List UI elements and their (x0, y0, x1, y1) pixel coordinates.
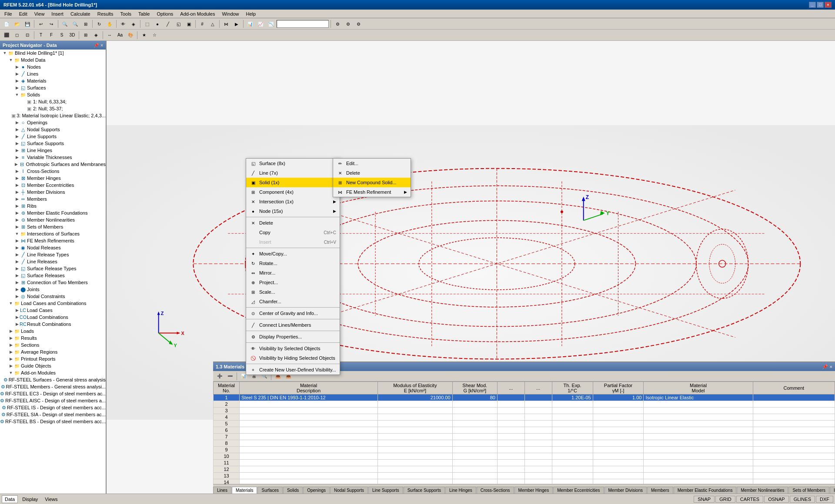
table-row[interactable]: 6 (214, 427, 835, 434)
rotate-button[interactable]: ↻ (94, 19, 104, 29)
menu-help[interactable]: Help (244, 10, 259, 17)
tree-item-load-cases[interactable]: ▶ LC Load Cases (0, 307, 106, 314)
tree-item-nodal-releases[interactable]: ▶ ◉ Nodal Releases (0, 244, 106, 251)
surfrel-expander[interactable]: ▶ (14, 272, 20, 279)
undo-button[interactable]: ↩ (36, 19, 46, 29)
zoom-in-button[interactable]: 🔍 (60, 19, 70, 29)
table-row[interactable]: 10 (214, 453, 835, 460)
ctx-surface[interactable]: ◱ Surface (8x) ▶ (246, 159, 340, 168)
ctx-display-props[interactable]: ⚙ Display Properties... (246, 332, 340, 342)
tree-item-lines[interactable]: ▶ ╱ Lines (0, 70, 106, 77)
tab-member-elastic[interactable]: Member Elastic Foundations (674, 487, 737, 494)
ctx-move-copy[interactable]: ✦ Move/Copy... (246, 249, 340, 259)
result2-btn[interactable]: 📈 (256, 19, 265, 29)
tree-item-rf-steel-sia[interactable]: ⚙ RF-STEEL SIA - Design of steel members… (0, 411, 106, 418)
bl-tab-views[interactable]: Views (42, 496, 60, 503)
intersections-expander[interactable]: ▼ (14, 231, 20, 237)
tab-members[interactable]: Members (647, 487, 673, 494)
table-row[interactable]: 14 (214, 479, 835, 484)
surfsup-expander[interactable]: ▶ (14, 140, 20, 146)
save-button[interactable]: 💾 (23, 19, 32, 29)
tree-item-variable-thicknesses[interactable]: ▶ ≡ Variable Thicknesses (0, 154, 106, 161)
table-row[interactable]: 12 (214, 466, 835, 473)
dimension-btn[interactable]: ↔ (105, 30, 114, 40)
view-side-btn[interactable]: S (57, 30, 67, 40)
result1-btn[interactable]: 📊 (245, 19, 255, 29)
tree-item-cross-sections[interactable]: ▶ I Cross-Sections (0, 168, 106, 175)
label-btn[interactable]: Aa (115, 30, 125, 40)
orthosurf-expander[interactable]: ▶ (13, 161, 19, 167)
addon3-btn[interactable]: ⚙ (354, 19, 363, 29)
ctx-visibility-hiding[interactable]: 🚫 Visibility by Hiding Selected Objects (246, 353, 340, 363)
memberecc-expander[interactable]: ▶ (14, 182, 20, 188)
menu-edit[interactable]: Edit (17, 10, 30, 17)
addon2-btn[interactable]: ⚙ (343, 19, 353, 29)
tree-item-nodal-supports[interactable]: ▶ △ Nodal Supports (0, 126, 106, 133)
sub-delete[interactable]: ✕ Delete (333, 168, 411, 178)
cartes-button[interactable]: CARTES (736, 496, 763, 503)
view-top-btn[interactable]: T (36, 30, 46, 40)
lines-expander[interactable]: ▶ (14, 71, 20, 77)
render-button[interactable]: ◈ (129, 19, 138, 29)
dxf-button[interactable]: DXF (816, 496, 833, 503)
tree-item-rf-steel-aisc[interactable]: ⚙ RF-STEEL AISC - Design of steel member… (0, 397, 106, 404)
memberhinges-expander[interactable]: ▶ (14, 175, 20, 181)
table-delete-btn[interactable]: ➖ (225, 371, 235, 381)
table-row[interactable]: 8 (214, 440, 835, 447)
fav2-btn[interactable]: ☆ (150, 30, 159, 40)
snap-button[interactable]: SNAP (694, 496, 715, 503)
tree-container[interactable]: ▼ 📁 Blind Hole Drilling1* [1] ▼ 📁 Model … (0, 50, 106, 495)
tree-item-member-divisions[interactable]: ▶ ┼ Member Divisions (0, 189, 106, 196)
menu-calculate[interactable]: Calculate (68, 10, 93, 17)
result3-btn[interactable]: 📉 (266, 19, 276, 29)
ctx-component[interactable]: ⊞ Component (4x) ▶ (246, 187, 340, 197)
tree-item-rf-steel-surf[interactable]: ⚙ RF-STEEL Surfaces - General stress ana… (0, 376, 106, 383)
tab-intersections[interactable]: Intersections (830, 487, 835, 494)
solid-button[interactable]: ▣ (184, 19, 194, 29)
sub-new-compound[interactable]: ⊞ New Compound Solid... (333, 178, 411, 187)
tree-item-printout-reports[interactable]: ▶ 📁 Printout Reports (0, 355, 106, 362)
tab-member-eccentricities[interactable]: Member Eccentricities (553, 487, 604, 494)
minimize-button[interactable]: _ (809, 2, 816, 8)
ctx-copy[interactable]: Copy Ctrl+C (246, 228, 340, 237)
table-row[interactable]: 4 (214, 414, 835, 421)
wireframe-btn[interactable]: ⊞ (81, 30, 90, 40)
tree-item-member-eccentricities[interactable]: ▶ ⊡ Member Eccentricities (0, 182, 106, 189)
memberelastic-expander[interactable]: ▶ (14, 210, 20, 216)
ctx-scale[interactable]: ⊞ Scale... (246, 287, 340, 297)
crosssec-expander[interactable]: ▶ (14, 168, 20, 174)
table-row[interactable]: 13 (214, 473, 835, 479)
tree-item-solid2[interactable]: ▣ 2: Null; 35-37; (0, 105, 106, 112)
shaded-btn[interactable]: ◈ (91, 30, 101, 40)
glines-button[interactable]: GLINES (790, 496, 815, 503)
sections-expander[interactable]: ▶ (8, 342, 14, 348)
menu-addon[interactable]: Add-on Modules (177, 10, 217, 17)
surface-button[interactable]: ◱ (174, 19, 183, 29)
tree-item-openings[interactable]: ▶ ○ Openings (0, 119, 106, 126)
tree-item-load-combinations-group[interactable]: ▼ 📁 Load Cases and Combinations (0, 300, 106, 307)
tree-item-line-releases[interactable]: ▶ ╱ Line Releases (0, 258, 106, 265)
tree-item-rf-steel-bs[interactable]: ⚙ RF-STEEL BS - Design of steel members … (0, 418, 106, 425)
tree-item-loads[interactable]: ▶ 📁 Loads (0, 328, 106, 335)
ctx-rotate[interactable]: ↻ Rotate... (246, 259, 340, 268)
view-front-btn[interactable]: F (47, 30, 56, 40)
loadcomb-expander[interactable]: ▼ (8, 300, 14, 306)
connection-expander[interactable]: ▶ (14, 279, 20, 285)
menu-view[interactable]: View (32, 10, 47, 17)
ctx-mirror[interactable]: ⇔ Mirror... (246, 268, 340, 278)
loadcases-expander[interactable]: ▶ (14, 307, 20, 313)
tree-item-surface-releases[interactable]: ▶ ◱ Surface Releases (0, 272, 106, 279)
sub-edit[interactable]: ✏ Edit... (333, 159, 411, 168)
tree-item-line-supports[interactable]: ▶ ╱ Line Supports (0, 133, 106, 140)
tree-item-solid1[interactable]: ▣ 1: Null; 6,33,34; (0, 98, 106, 105)
calculate-btn[interactable]: ▶ (232, 19, 241, 29)
right-panel[interactable]: Z Y Z X (107, 41, 835, 504)
display-btn3[interactable]: ⊡ (23, 30, 32, 40)
table-close-btn[interactable]: × (830, 364, 832, 370)
tree-item-results[interactable]: ▶ 📁 Results (0, 335, 106, 342)
nodalconstr-expander[interactable]: ▶ (14, 293, 20, 299)
redo-button[interactable]: ↪ (47, 19, 56, 29)
bl-tab-data[interactable]: Data (2, 495, 18, 503)
tab-solids[interactable]: Solids (283, 487, 303, 494)
table-row[interactable]: 5 (214, 421, 835, 427)
